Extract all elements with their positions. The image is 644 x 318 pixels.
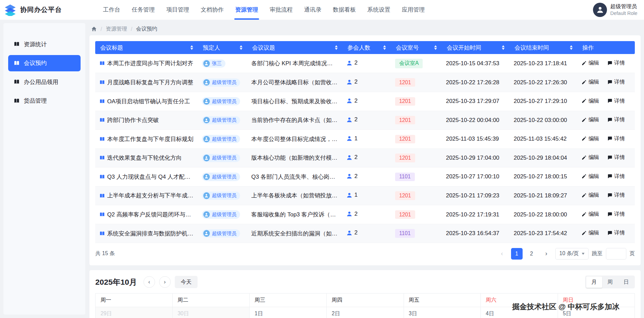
sort-icon[interactable] (570, 45, 573, 50)
nav-item[interactable]: 文档协作 (195, 0, 229, 20)
attendee-count: 2 (354, 229, 357, 236)
view-option[interactable]: 月 (586, 277, 602, 288)
edit-button[interactable]: 编辑 (581, 229, 599, 236)
edit-button[interactable]: 编辑 (581, 192, 599, 199)
room-badge: 1201 (395, 97, 415, 106)
meeting-title: 本周工作进度同步与下周计划对齐 (107, 59, 193, 67)
start-time: 2025-10-23 17:29:07 (442, 92, 510, 111)
nav-item[interactable]: 任务管理 (126, 0, 160, 20)
nav-item[interactable]: 通讯录 (298, 0, 327, 20)
detail-label: 详情 (614, 59, 625, 67)
column-header[interactable]: 预定人 (198, 41, 247, 54)
attendee-count: 2 (354, 116, 357, 123)
edit-button[interactable]: 编辑 (581, 78, 599, 86)
detail-button[interactable]: 详情 (607, 59, 625, 67)
detail-button[interactable]: 详情 (607, 192, 625, 199)
booker-badge: 超级管理员 (202, 229, 240, 237)
meeting-topic: 上半年各板块成本（如营销投放、物... (251, 192, 342, 199)
edit-button[interactable]: 编辑 (581, 116, 599, 123)
edit-label: 编辑 (589, 78, 599, 86)
meeting-title: 上半年成本超支分析与下半年成本优... (107, 192, 194, 199)
column-header[interactable]: 会议室号 (391, 41, 442, 54)
date-cell[interactable]: 2日 (327, 307, 404, 318)
nav-item[interactable]: 资源管理 (230, 0, 264, 20)
column-header[interactable]: 会议标题 (95, 41, 198, 54)
calendar-next-button[interactable]: › (159, 276, 171, 288)
sidebar-item[interactable]: 办公用品领用 (8, 74, 81, 90)
date-cell[interactable]: 1日 (250, 307, 327, 318)
home-icon[interactable] (91, 26, 97, 32)
column-header[interactable]: 会议议题 (247, 41, 342, 54)
column-header[interactable]: 会议开始时间 (442, 41, 510, 54)
user-chip[interactable]: 超级管理员 Default Role (593, 3, 637, 17)
edit-button[interactable]: 编辑 (581, 135, 599, 142)
sidebar-item[interactable]: 货品管理 (8, 93, 81, 109)
nav-item[interactable]: 应用管理 (396, 0, 430, 20)
document-icon (99, 117, 105, 123)
sort-icon[interactable] (383, 45, 386, 50)
view-option[interactable]: 日 (618, 277, 634, 288)
sort-icon[interactable] (502, 45, 505, 50)
chat-icon (607, 117, 613, 123)
page-number-button[interactable]: 1 (511, 248, 523, 260)
nav-item[interactable]: 工作台 (97, 0, 126, 20)
detail-button[interactable]: 详情 (607, 211, 625, 218)
page-size-select[interactable]: 10 条/页 (555, 248, 589, 260)
edit-label: 编辑 (589, 154, 599, 161)
table-row: 本周工作进度同步与下周计划对齐 张三 各部门核心 KPI 本周完成情况，未达..… (95, 54, 635, 73)
document-icon (99, 60, 105, 66)
end-time: 2025-10-23 17:54:42 (510, 224, 577, 243)
next-page-button[interactable]: › (541, 248, 552, 260)
chat-icon (607, 230, 613, 236)
jump-page-input[interactable] (606, 248, 626, 260)
edit-label: 编辑 (589, 59, 599, 67)
start-time: 2025-10-15 04:37:53 (442, 54, 510, 73)
date-label: 29日 (101, 311, 112, 316)
pencil-icon (581, 80, 587, 85)
detail-button[interactable]: 详情 (607, 116, 625, 123)
date-cell[interactable]: 29日 (96, 307, 173, 318)
date-cell[interactable]: 30日 (173, 307, 250, 318)
edit-button[interactable]: 编辑 (581, 98, 599, 105)
edit-button[interactable]: 编辑 (581, 211, 599, 218)
nav-item[interactable]: 数据看板 (327, 0, 361, 20)
sidebar-item[interactable]: 会议预约 (8, 55, 81, 71)
end-time: 2025-10-29 18:04:04 (510, 148, 577, 167)
sort-icon[interactable] (240, 45, 242, 50)
today-button[interactable]: 今天 (175, 276, 198, 288)
detail-button[interactable]: 详情 (607, 78, 625, 86)
nav-item[interactable]: 项目管理 (160, 0, 195, 20)
sidebar-item[interactable]: 资源统计 (8, 36, 81, 52)
view-option[interactable]: 周 (602, 277, 618, 288)
detail-button[interactable]: 详情 (607, 229, 625, 236)
edit-button[interactable]: 编辑 (581, 154, 599, 161)
prev-page-button[interactable]: ‹ (496, 248, 508, 260)
attendee-icon (346, 60, 352, 66)
calendar-prev-button[interactable]: ‹ (143, 276, 155, 288)
end-time: 2025-10-22 18:00:00 (510, 205, 577, 224)
page-number-button[interactable]: 2 (526, 248, 537, 260)
column-header[interactable]: 会议结束时间 (510, 41, 577, 54)
sort-icon[interactable] (335, 45, 338, 50)
booker-avatar-icon (203, 117, 210, 123)
booker-avatar-icon (203, 79, 210, 86)
date-cell[interactable]: 3日 (404, 307, 481, 318)
column-header[interactable]: 参会人数 (342, 41, 391, 54)
chat-icon (607, 60, 613, 66)
sort-icon[interactable] (434, 45, 437, 50)
detail-button[interactable]: 详情 (607, 135, 625, 142)
sidebar-menu: 资源统计 会议预约 办公用品领用 货品管理 (3, 36, 86, 109)
jump-unit-label: 页 (630, 250, 635, 257)
edit-button[interactable]: 编辑 (581, 173, 599, 180)
detail-button[interactable]: 详情 (607, 154, 625, 161)
nav-item[interactable]: 系统设置 (361, 0, 396, 20)
nav-item[interactable]: 审批流程 (264, 0, 298, 20)
room-badge: 1201 (395, 116, 415, 124)
edit-button[interactable]: 编辑 (581, 59, 599, 67)
detail-button[interactable]: 详情 (607, 98, 625, 105)
top-bar: 协同办公平台 工作台任务管理项目管理文档协作资源管理审批流程通讯录数据看板系统设… (0, 0, 644, 20)
detail-button[interactable]: 详情 (607, 173, 625, 180)
sort-icon[interactable] (190, 45, 193, 50)
pencil-icon (581, 98, 587, 104)
breadcrumb-item-resource[interactable]: 资源管理 (106, 25, 127, 33)
